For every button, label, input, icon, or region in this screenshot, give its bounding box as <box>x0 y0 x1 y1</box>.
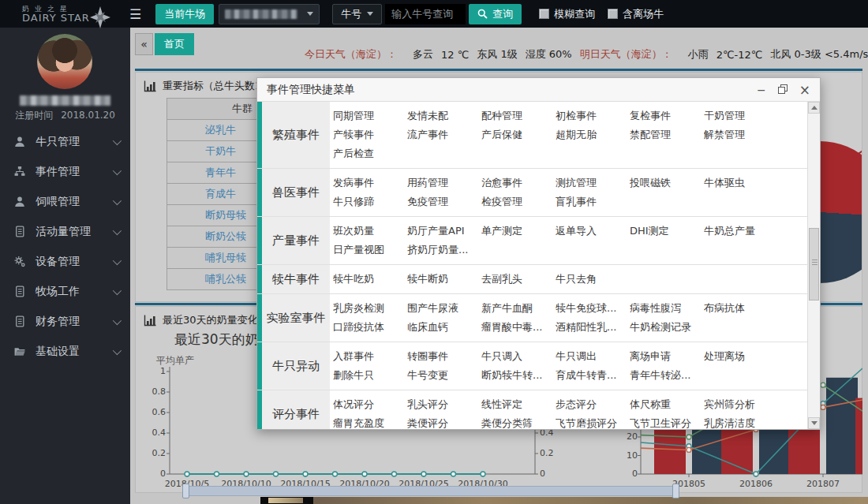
event-link[interactable]: 日产量视图 <box>333 241 407 259</box>
user-avatar[interactable] <box>37 34 92 89</box>
slider-left-handle[interactable] <box>182 483 189 498</box>
sidebar-item-finance[interactable]: 财务管理 <box>0 307 130 337</box>
event-link[interactable]: 奶厅产量API <box>407 222 481 241</box>
event-link[interactable]: 免疫管理 <box>407 192 481 211</box>
sidebar-item-events[interactable]: 事件管理 <box>0 157 130 187</box>
event-link[interactable]: 产犊事件 <box>333 125 407 144</box>
chart-range-slider[interactable] <box>185 486 676 496</box>
event-link[interactable]: 牛只去角 <box>556 270 630 289</box>
event-link[interactable]: 步态评分 <box>556 395 630 414</box>
event-link[interactable]: 发情未配 <box>407 106 481 125</box>
event-link[interactable]: 去副乳头 <box>481 270 556 289</box>
herd-group-link[interactable]: 哺乳母犊 <box>167 251 246 265</box>
minimize-button[interactable]: − <box>757 84 766 95</box>
event-link[interactable]: 犊牛断奶 <box>407 270 481 289</box>
event-link[interactable]: 牛奶检测记录 <box>630 318 704 337</box>
event-link[interactable]: 牛只调入 <box>481 347 556 366</box>
event-link[interactable]: 布病抗体 <box>704 299 778 318</box>
event-link[interactable]: 飞节卫生评分 <box>630 414 704 429</box>
event-link[interactable]: 配种管理 <box>481 106 556 125</box>
event-link[interactable]: 入群事件 <box>333 347 407 366</box>
event-link[interactable]: 复检事件 <box>630 106 704 125</box>
farm-selector[interactable] <box>219 4 320 24</box>
close-button[interactable]: × <box>799 84 810 95</box>
sidebar-item-feeding[interactable]: 饲喂管理 <box>0 187 130 217</box>
event-link[interactable]: 投喂磁铁 <box>630 174 704 192</box>
event-link[interactable]: 飞节磨损评分 <box>556 414 630 429</box>
event-link[interactable]: 返单导入 <box>556 222 630 241</box>
event-link[interactable]: 流产事件 <box>407 125 481 144</box>
herd-group-link[interactable]: 断奶公犊 <box>167 230 246 244</box>
event-link[interactable]: 牛号变更 <box>407 366 481 385</box>
cow-number-dropdown[interactable]: 牛号 <box>332 4 382 24</box>
herd-group-link[interactable]: 育成牛 <box>167 187 236 201</box>
event-link[interactable]: 牛奶总产量 <box>704 222 778 241</box>
event-link[interactable]: 测抗管理 <box>556 174 630 192</box>
sidebar-item-farmwork[interactable]: 牧场工作 <box>0 277 130 307</box>
event-link[interactable]: 牛体驱虫 <box>704 174 778 192</box>
event-link[interactable]: 体尺称重 <box>630 395 704 414</box>
event-link[interactable]: 删除牛只 <box>333 366 407 385</box>
collapse-tabs-button[interactable]: « <box>135 33 153 55</box>
event-link[interactable]: 犊牛免疫球... <box>556 299 630 318</box>
event-link[interactable]: 新产牛血酮 <box>481 299 556 318</box>
event-link[interactable]: 粪便分类筛 <box>481 414 556 429</box>
maximize-button[interactable] <box>778 84 788 95</box>
scrollbar-thumb[interactable] <box>809 228 819 301</box>
event-link[interactable]: 处理离场 <box>704 347 778 366</box>
event-link[interactable]: 瘤胃酸中毒... <box>481 318 556 337</box>
sidebar-item-activity[interactable]: 活动量管理 <box>0 217 130 247</box>
event-link[interactable]: 离场申请 <box>630 347 704 366</box>
event-link[interactable]: 发病事件 <box>333 174 407 192</box>
event-link[interactable]: 宾州筛分析 <box>704 395 778 414</box>
hamburger-menu-icon[interactable]: ☰ <box>129 6 141 22</box>
herd-group-link[interactable]: 青年牛 <box>167 166 236 180</box>
event-link[interactable]: 解禁管理 <box>704 125 778 144</box>
event-link[interactable]: 同期管理 <box>333 106 407 125</box>
event-link[interactable]: 线性评定 <box>481 395 556 414</box>
event-link[interactable]: 瘤胃充盈度 <box>333 414 407 429</box>
event-link[interactable]: 围产牛尿液 <box>407 299 481 318</box>
fuzzy-search-checkbox[interactable]: 模糊查询 <box>539 7 595 21</box>
search-button[interactable]: 查询 <box>469 4 522 24</box>
event-link[interactable]: 酒精阳性乳... <box>556 318 630 337</box>
event-link[interactable]: 断奶犊牛转... <box>481 366 556 385</box>
herd-group-link[interactable]: 哺乳公犊 <box>167 272 246 286</box>
event-link[interactable]: 产后检查 <box>333 144 407 163</box>
event-link[interactable]: 转圈事件 <box>407 347 481 366</box>
scroll-up-button[interactable] <box>808 102 820 114</box>
event-link[interactable]: 犊牛吃奶 <box>333 270 407 289</box>
event-link[interactable]: 挤奶厅奶量... <box>407 241 481 259</box>
include-departed-checkbox[interactable]: 含离场牛 <box>608 7 664 21</box>
event-link[interactable]: 单产测定 <box>481 222 556 241</box>
event-link[interactable]: 粪便评分 <box>407 414 481 429</box>
event-link[interactable]: 治愈事件 <box>481 174 556 192</box>
event-link[interactable]: 初检事件 <box>556 106 630 125</box>
event-link[interactable]: 产后保健 <box>481 125 556 144</box>
scroll-down-button[interactable] <box>808 417 820 429</box>
sidebar-item-settings[interactable]: 基础设置 <box>0 337 130 367</box>
slider-right-handle[interactable] <box>672 483 679 498</box>
event-link[interactable]: 育成牛转青... <box>556 366 630 385</box>
event-link[interactable]: 班次奶量 <box>333 222 407 241</box>
event-link[interactable]: 青年牛转泌... <box>630 366 704 385</box>
sidebar-item-cattle[interactable]: 牛只管理 <box>0 127 130 157</box>
event-link[interactable]: 盲乳事件 <box>556 192 630 211</box>
event-link[interactable]: 口蹄疫抗体 <box>333 318 407 337</box>
event-link[interactable]: 牛只调出 <box>556 347 630 366</box>
herd-group-link[interactable]: 断奶母犊 <box>167 208 246 222</box>
event-link[interactable]: 病毒性腹泻 <box>630 299 704 318</box>
sidebar-item-equipment[interactable]: 设备管理 <box>0 247 130 277</box>
event-link[interactable]: 检疫管理 <box>481 192 556 211</box>
tab-home[interactable]: 首页 <box>155 33 194 55</box>
event-link[interactable]: 干奶管理 <box>704 106 778 125</box>
event-link[interactable]: 超期无胎 <box>556 125 630 144</box>
event-link[interactable]: 体况评分 <box>333 395 407 414</box>
event-link[interactable]: 用药管理 <box>407 174 481 192</box>
cow-number-search-input[interactable] <box>385 4 466 24</box>
event-link[interactable]: 乳头评分 <box>407 395 481 414</box>
herd-group-link[interactable]: 泌乳牛 <box>167 123 236 137</box>
event-link[interactable]: 乳房清洁度 <box>704 414 778 429</box>
event-link[interactable]: DHI测定 <box>630 222 704 241</box>
current-farm-button[interactable]: 当前牛场 <box>155 4 214 24</box>
